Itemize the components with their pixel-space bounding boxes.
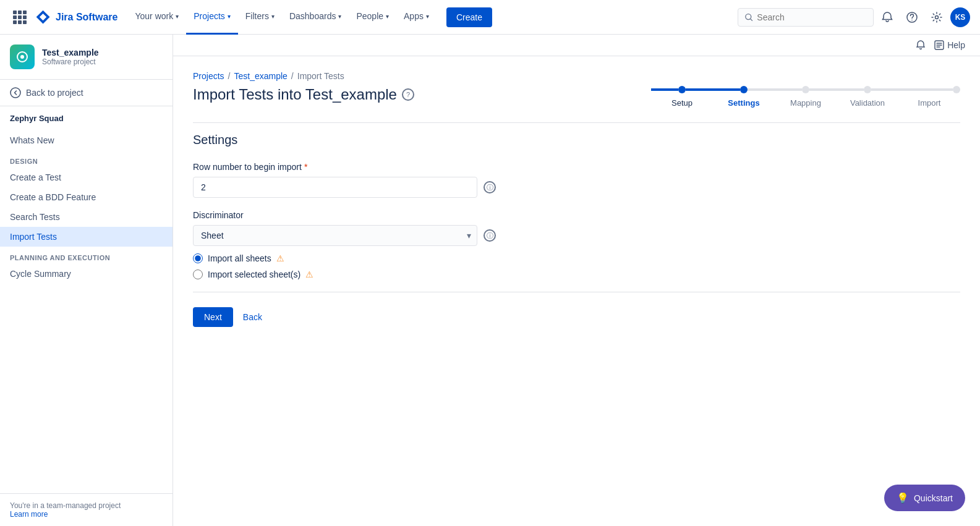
sidebar-footer-text: You're in a team-managed project [10,501,163,510]
svg-point-6 [11,88,20,98]
chevron-down-icon: ▾ [338,13,341,20]
chevron-down-icon: ▾ [426,13,429,20]
import-selected-label: Import selected sheet(s) [208,269,300,279]
back-icon [10,87,21,98]
chevron-down-icon: ▾ [176,13,179,20]
discriminator-label: Discriminator [193,210,960,220]
row-number-row: ⓘ [193,177,960,198]
step-setup-label: Setup [671,98,692,108]
settings-button[interactable] [926,6,948,28]
import-all-option[interactable]: Import all sheets ⚠ [193,253,960,263]
main-content: Help Projects / Test_example / Import Te… [173,35,980,526]
step-settings: Settings [713,86,775,108]
back-button[interactable]: Back [243,312,262,322]
search-input[interactable] [757,12,867,22]
wizard-title: Import Tests into Test_example ? [193,86,414,103]
grid-menu-button[interactable] [10,7,30,27]
bell-outline-icon [915,40,926,51]
sidebar-project: Test_example Software project [0,35,173,80]
sidebar-item-whats-new[interactable]: Whats New [0,130,173,150]
breadcrumb-projects[interactable]: Projects [193,71,224,81]
step-import: Import [898,86,960,108]
topnav-right: KS [738,6,970,28]
bell-help-item[interactable] [915,40,926,51]
step-mapping: Mapping [775,86,837,108]
import-content: Projects / Test_example / Import Tests I… [173,56,980,342]
svg-point-5 [20,55,24,59]
warning-icon-2: ⚠ [305,269,313,279]
nav-item-your-work[interactable]: Your work ▾ [127,0,186,35]
sidebar-section-design: DESIGN [0,150,173,168]
step-setup: Setup [651,86,713,108]
step-import-label: Import [918,98,941,108]
step-mapping-label: Mapping [790,98,821,108]
nav-item-apps[interactable]: Apps ▾ [396,0,437,35]
quickstart-label: Quickstart [914,493,953,503]
help-bar: Help [173,35,980,56]
row-number-label: Row number to begin import * [193,162,960,172]
quickstart-button[interactable]: 💡 Quickstart [884,485,965,511]
avatar[interactable]: KS [950,7,970,27]
svg-point-3 [935,15,939,19]
logo[interactable]: Jira Software [35,9,117,26]
nav-item-dashboards[interactable]: Dashboards ▾ [282,0,349,35]
svg-point-2 [911,19,913,20]
sidebar-item-search-tests[interactable]: Search Tests [0,207,173,227]
sidebar-scroll: Zephyr Squad Whats New DESIGN Create a T… [0,106,173,493]
project-icon [10,45,35,69]
grid-icon [13,11,27,24]
nav-item-filters[interactable]: Filters ▾ [238,0,282,35]
wizard-header: Import Tests into Test_example ? Setup [193,86,960,108]
breadcrumb-sep2: / [291,71,294,81]
help-label: Help [947,40,965,50]
row-number-group: Row number to begin import * ⓘ [193,162,960,198]
nav-item-projects[interactable]: Projects ▾ [186,0,238,35]
header-divider [193,122,960,123]
next-button[interactable]: Next [193,307,233,327]
step-indicators: Setup Settings [651,86,960,108]
sidebar-item-import-tests[interactable]: Import Tests [0,227,173,247]
row-number-info-icon[interactable]: ⓘ [484,181,496,193]
notifications-button[interactable] [876,6,898,28]
breadcrumb-test-example[interactable]: Test_example [234,71,287,81]
breadcrumb-import-tests: Import Tests [297,71,344,81]
discriminator-select[interactable]: Sheet Column [193,225,477,246]
footer-divider [193,292,960,292]
sidebar-item-create-test[interactable]: Create a Test [0,168,173,187]
step-validation-label: Validation [850,98,885,108]
gear-icon [931,11,943,23]
sidebar-item-cycle-summary[interactable]: Cycle Summary [0,264,173,284]
project-info: Test_example Software project [42,48,99,66]
actions: Next Back [193,307,960,327]
import-all-radio[interactable] [193,253,203,263]
project-name: Test_example [42,48,99,57]
notes-help-item[interactable]: Help [934,40,965,51]
required-asterisk: * [304,162,307,172]
import-all-label: Import all sheets [208,253,271,263]
search-icon [744,12,753,22]
wizard-info-icon[interactable]: ? [402,88,414,101]
topnav: Jira Software Your work ▾ Projects ▾ Fil… [0,0,980,35]
import-selected-radio[interactable] [193,269,203,279]
logo-text: Jira Software [56,12,117,23]
step-settings-label: Settings [728,98,759,108]
chevron-down-icon: ▾ [271,13,275,20]
import-selected-option[interactable]: Import selected sheet(s) ⚠ [193,269,960,279]
project-type: Software project [42,57,99,66]
create-button[interactable]: Create [446,7,492,27]
back-label: Back to project [26,88,83,98]
sidebar: Test_example Software project Back to pr… [0,35,173,526]
question-icon [906,11,918,23]
help-button[interactable] [901,6,923,28]
lightbulb-icon: 💡 [897,492,909,504]
nav-item-people[interactable]: People ▾ [349,0,396,35]
discriminator-info-icon[interactable]: ⓘ [484,229,496,242]
sidebar-item-create-bdd[interactable]: Create a BDD Feature [0,187,173,207]
layout: Test_example Software project Back to pr… [0,35,980,526]
sidebar-footer-link[interactable]: Learn more [10,510,48,519]
back-to-project[interactable]: Back to project [0,80,173,106]
search-box[interactable] [738,8,874,27]
bell-icon [881,11,893,23]
discriminator-group: Discriminator Sheet Column ▾ ⓘ [193,210,960,279]
row-number-input[interactable] [193,177,477,198]
